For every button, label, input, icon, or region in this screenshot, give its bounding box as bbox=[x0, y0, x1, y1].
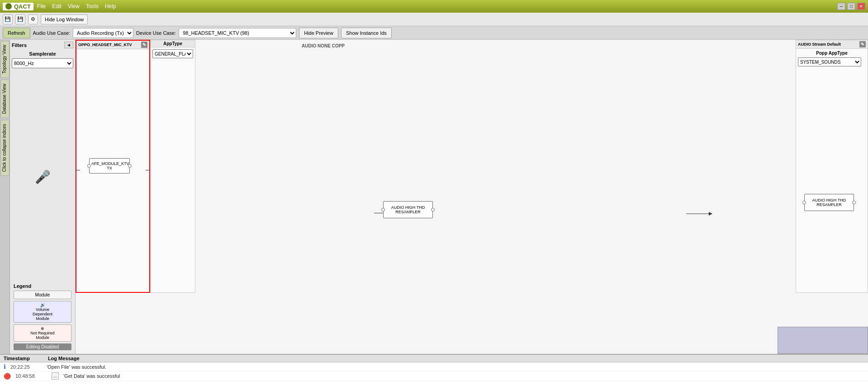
apptype-section: AppType GENERAL_PLAYBACK SYSTEM_SOUNDS bbox=[150, 40, 195, 293]
menu-tools[interactable]: Tools bbox=[86, 3, 99, 9]
log-info-icon-0: ℹ bbox=[4, 363, 6, 370]
device-use-case-label: Device Use Case: bbox=[136, 30, 176, 36]
oppo-headset-edit-button[interactable]: ✎ bbox=[141, 42, 147, 48]
samplerate-select[interactable]: 8000_Hz 16000_Hz 44100_Hz 48000_Hz bbox=[12, 58, 73, 68]
log-timestamp-1: 10:48:58 bbox=[15, 373, 47, 379]
collapse-filters-button[interactable]: ◄ bbox=[64, 42, 73, 48]
audio-high-thd-1-port-left bbox=[381, 208, 385, 211]
samplerate-filter: Samplerate 8000_Hz 16000_Hz 44100_Hz 480… bbox=[12, 51, 73, 68]
canvas-area: OPPO_HEADSET_MIC_KTV ✎ AFE_MODULE_KTV_ T… bbox=[76, 40, 868, 354]
audio-stream-default-header: AUDIO Stream Default ✎ bbox=[796, 40, 868, 49]
microphone-icon: 🎤 bbox=[35, 169, 51, 184]
audio-high-thd-box-2[interactable]: AUDIO HIGH THD RESAMPLER bbox=[804, 194, 854, 211]
log-row-0: ℹ 20:22:25 'Open File' was successful. bbox=[0, 362, 868, 371]
database-view-tab[interactable]: Database View bbox=[0, 80, 9, 118]
hide-log-button[interactable]: Hide Log Window bbox=[41, 14, 88, 24]
toolbar: 💾 💾 ⚙ Hide Log Window bbox=[0, 13, 868, 26]
save-as-icon: 💾 bbox=[17, 16, 24, 22]
oppo-headset-title: OPPO_HEADSET_MIC_KTV bbox=[78, 42, 132, 47]
samplerate-label: Samplerate bbox=[12, 51, 73, 56]
left-connection-line bbox=[76, 170, 80, 170]
volume-icon: 🔊 bbox=[40, 303, 45, 307]
audio-high-thd-box-1[interactable]: AUDIO HIGH THD RESAMPLER bbox=[383, 201, 433, 218]
app-logo: QACT bbox=[3, 3, 33, 10]
audio-use-case-label: Audio Use Case: bbox=[33, 30, 71, 36]
title-bar: QACT File Edit View Tools Help ─ □ ✕ bbox=[0, 0, 868, 13]
log-expand-1[interactable]: ... bbox=[52, 372, 59, 380]
settings-icon: ⚙ bbox=[31, 16, 35, 22]
audio-stream-default-title: AUDIO Stream Default bbox=[798, 42, 841, 47]
settings-button[interactable]: ⚙ bbox=[28, 14, 38, 24]
audio-stream-default-edit-button[interactable]: ✎ bbox=[859, 41, 866, 47]
log-message-header: Log Message bbox=[48, 356, 80, 361]
svg-marker-1 bbox=[709, 212, 712, 216]
audio-high-thd-2-port-right bbox=[852, 201, 856, 204]
side-tabs: Topology View Database View Click to col… bbox=[0, 40, 10, 354]
collapse-indices-tab[interactable]: Click to collapse indices bbox=[0, 120, 9, 176]
afe-port-right bbox=[128, 164, 132, 168]
refresh-button[interactable]: Refresh bbox=[3, 28, 30, 38]
log-panel: Timestamp Log Message ℹ 20:22:25 'Open F… bbox=[0, 354, 868, 390]
action-bar: Refresh Audio Use Case: Audio Recording … bbox=[0, 26, 868, 40]
menu-edit[interactable]: Edit bbox=[52, 3, 62, 9]
error-circle-icon: ⊗ bbox=[41, 326, 44, 331]
save-as-button[interactable]: 💾 bbox=[15, 14, 25, 24]
show-instance-ids-button[interactable]: Show Instance Ids bbox=[341, 28, 392, 38]
menu-bar: File Edit View Tools Help bbox=[37, 3, 116, 9]
maximize-button[interactable]: □ bbox=[847, 3, 855, 10]
log-message-0: 'Open File' was successful. bbox=[47, 364, 106, 370]
window-controls: ─ □ ✕ bbox=[837, 3, 865, 10]
audio-high-thd-1-port-right bbox=[431, 208, 435, 211]
hide-preview-button[interactable]: Hide Preview bbox=[299, 28, 338, 38]
audio-high-thd-1-label: AUDIO HIGH THD RESAMPLER bbox=[386, 205, 430, 214]
topology-view-tab[interactable]: Topology View bbox=[0, 41, 9, 78]
afe-module-box[interactable]: AFE_MODULE_KTV_ TX bbox=[89, 158, 130, 174]
log-timestamp-header: Timestamp bbox=[4, 356, 30, 361]
filters-panel: Filters ◄ Samplerate 8000_Hz 16000_Hz 44… bbox=[10, 40, 76, 354]
log-header: Timestamp Log Message bbox=[0, 355, 868, 362]
oppo-headset-header: OPPO_HEADSET_MIC_KTV ✎ bbox=[76, 41, 149, 49]
audio-high-thd-2-label: AUDIO HIGH THD RESAMPLER bbox=[807, 198, 851, 207]
audio-use-case-select[interactable]: Audio Recording (Tx) bbox=[73, 28, 133, 38]
popp-apptype-label: Popp AppType bbox=[798, 51, 866, 56]
popp-apptype-select[interactable]: SYSTEM_SOUNDS GENERAL_PLAYBACK bbox=[798, 57, 861, 66]
right-connection-arrow bbox=[686, 209, 713, 218]
menu-help[interactable]: Help bbox=[105, 3, 116, 9]
legend-title: Legend bbox=[14, 283, 71, 289]
legend-module: Module bbox=[14, 291, 71, 299]
apptype-select[interactable]: GENERAL_PLAYBACK SYSTEM_SOUNDS bbox=[152, 49, 193, 58]
audio-none-copp-label: AUDIO NONE COPP bbox=[302, 43, 345, 48]
afe-module-label: AFE_MODULE_KTV_ TX bbox=[91, 161, 128, 170]
editing-disabled-badge: Editing Disabled bbox=[14, 343, 71, 350]
oppo-headset-section: OPPO_HEADSET_MIC_KTV ✎ AFE_MODULE_KTV_ T… bbox=[76, 40, 150, 293]
log-error-icon-1: 🔴 bbox=[4, 373, 11, 380]
close-button[interactable]: ✕ bbox=[857, 3, 865, 10]
popp-apptype-container: Popp AppType SYSTEM_SOUNDS GENERAL_PLAYB… bbox=[796, 49, 868, 68]
device-use-case-select[interactable]: 98_HEADSET_MIC_KTV (98) bbox=[179, 28, 296, 38]
minimap bbox=[778, 327, 868, 354]
menu-view[interactable]: View bbox=[68, 3, 80, 9]
filters-title: Filters bbox=[12, 42, 27, 48]
audio-high-thd-2-port-left bbox=[802, 201, 806, 204]
filters-header: Filters ◄ bbox=[12, 42, 73, 48]
legend-not-required-module: ⊗ Not Required Module bbox=[14, 324, 71, 342]
main-area: Topology View Database View Click to col… bbox=[0, 40, 868, 354]
conn-left-thd1 bbox=[374, 213, 383, 213]
log-timestamp-0: 20:22:25 bbox=[10, 364, 42, 370]
menu-file[interactable]: File bbox=[37, 3, 46, 9]
afe-port-left bbox=[87, 164, 91, 168]
legend-volume-module: 🔊 Volume Dependent Module bbox=[14, 301, 71, 323]
apptype-select-wrapper: GENERAL_PLAYBACK SYSTEM_SOUNDS bbox=[152, 49, 193, 58]
legend: Legend Module 🔊 Volume Dependent Module … bbox=[12, 282, 73, 352]
apptype-header: AppType bbox=[151, 40, 195, 47]
audio-stream-default-section: AUDIO Stream Default ✎ Popp AppType SYST… bbox=[796, 40, 868, 293]
log-row-1: 🔴 10:48:58 ... 'Get Data' was successful bbox=[0, 371, 868, 381]
save-button[interactable]: 💾 bbox=[3, 14, 13, 24]
log-message-1: 'Get Data' was successful bbox=[63, 373, 120, 379]
save-icon: 💾 bbox=[5, 16, 11, 22]
minimize-button[interactable]: ─ bbox=[837, 3, 845, 10]
